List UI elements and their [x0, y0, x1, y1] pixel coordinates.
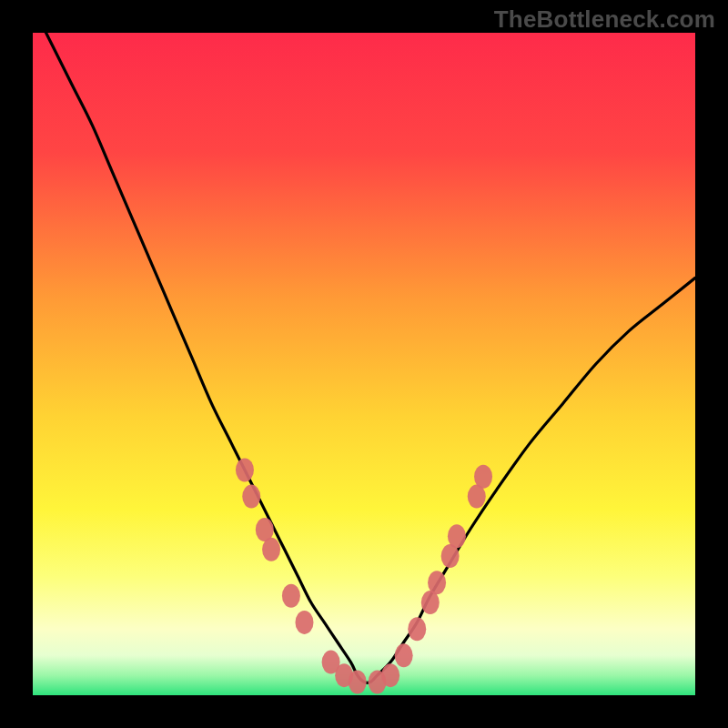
data-marker	[428, 571, 446, 594]
data-marker	[448, 524, 466, 548]
plot-area	[33, 33, 695, 695]
data-marker	[395, 643, 413, 667]
data-marker	[349, 670, 367, 693]
data-marker	[282, 584, 300, 608]
data-marker	[236, 458, 254, 481]
outer-frame: TheBottleneck.com	[0, 0, 728, 728]
data-marker	[381, 663, 399, 687]
data-marker	[242, 485, 260, 509]
data-marker	[295, 611, 313, 634]
data-marker	[474, 465, 492, 489]
marker-group	[236, 458, 492, 693]
curve-layer	[33, 33, 695, 695]
data-marker	[262, 538, 280, 561]
watermark-text: TheBottleneck.com	[494, 5, 715, 34]
bottleneck-curve	[33, 33, 695, 682]
data-marker	[408, 617, 426, 641]
